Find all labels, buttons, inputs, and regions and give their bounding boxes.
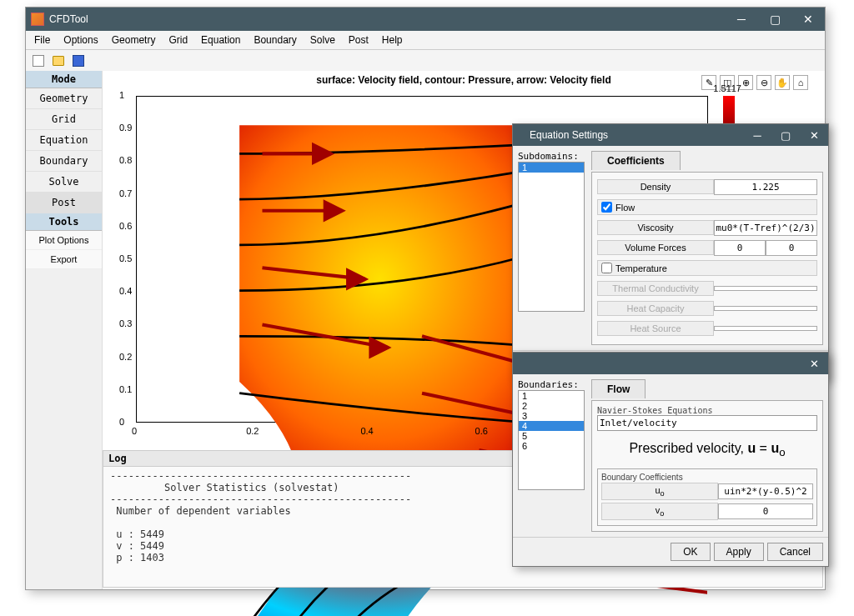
home-icon[interactable]: ⌂: [793, 75, 808, 90]
bc-apply-button[interactable]: Apply: [714, 543, 764, 561]
mode-equation[interactable]: Equation: [26, 130, 102, 151]
thermal-input: [714, 286, 817, 291]
tab-flow[interactable]: Flow: [591, 379, 646, 398]
y-tick: 0.3: [119, 318, 132, 328]
menu-post[interactable]: Post: [344, 33, 374, 48]
heatcap-input: [714, 306, 817, 311]
boundary-item[interactable]: 2: [519, 401, 584, 411]
y-tick: 0.5: [119, 253, 132, 263]
toolbar: [26, 50, 825, 73]
eq-minimize-button[interactable]: ─: [743, 124, 771, 146]
eq-maximize-button[interactable]: ▢: [771, 124, 800, 146]
density-label: Density: [597, 179, 714, 194]
main-title: CFDTool: [49, 13, 725, 25]
save-file-button[interactable]: [69, 52, 88, 70]
boundary-item[interactable]: 4: [519, 421, 584, 431]
vo-input[interactable]: 0: [718, 503, 813, 519]
viscosity-label: Viscosity: [597, 220, 714, 235]
eq-type-label: Navier-Stokes Equations: [597, 406, 817, 415]
y-tick: 0.9: [119, 123, 132, 133]
app-icon: [31, 13, 44, 26]
mode-grid[interactable]: Grid: [26, 109, 102, 130]
menu-help[interactable]: Help: [377, 33, 408, 48]
tool-export[interactable]: Export: [26, 250, 102, 269]
mode-solve[interactable]: Solve: [26, 172, 102, 193]
maximize-button[interactable]: ▢: [758, 8, 791, 31]
temperature-checkbox-input[interactable]: [601, 263, 612, 273]
volforce-y-input[interactable]: 0: [766, 240, 817, 256]
uo-input[interactable]: uin*2*(y-0.5)^2: [718, 483, 813, 499]
eq-close-button[interactable]: ✕: [800, 124, 828, 146]
tab-coefficients[interactable]: Coefficients: [591, 151, 681, 170]
menu-boundary[interactable]: Boundary: [249, 33, 301, 48]
boundaries-list[interactable]: 123456: [518, 390, 585, 490]
menu-grid[interactable]: Grid: [163, 33, 193, 48]
subdomains-label: Subdomains:: [518, 151, 585, 162]
mode-geometry[interactable]: Geometry: [26, 88, 102, 109]
heatsrc-label: Heat Source: [597, 321, 714, 336]
bc-formula: Prescribed velocity, u = uo: [597, 431, 817, 468]
menu-geometry[interactable]: Geometry: [107, 33, 161, 48]
flow-label: Flow: [615, 203, 635, 213]
y-tick: 0.8: [119, 155, 132, 165]
bc-close-button[interactable]: ✕: [800, 353, 828, 374]
boundary-item[interactable]: 5: [519, 431, 584, 441]
boundaries-label: Boundaries:: [518, 379, 585, 390]
bc-ok-button[interactable]: OK: [671, 543, 710, 561]
subdomains-list[interactable]: 1: [518, 162, 585, 312]
bc-coef-group-label: Boundary Coefficients: [601, 473, 813, 482]
menu-file[interactable]: File: [29, 33, 55, 48]
pan-icon[interactable]: ✋: [775, 75, 790, 90]
volforce-x-input[interactable]: 0: [714, 240, 766, 256]
bc-dialog-titlebar[interactable]: ✕: [513, 353, 828, 374]
app-icon: [518, 129, 530, 141]
colorbar-max: 1.5117: [713, 83, 741, 93]
menu-options[interactable]: Options: [58, 33, 103, 48]
boundary-item[interactable]: 1: [519, 391, 584, 401]
tool-plot-options[interactable]: Plot Options: [26, 231, 102, 250]
y-tick: 0.6: [119, 221, 132, 231]
viscosity-input[interactable]: mu0*(T-Tref)^(2/3): [714, 220, 817, 236]
close-button[interactable]: ✕: [791, 8, 825, 31]
boundary-item[interactable]: 6: [519, 441, 584, 451]
y-tick: 1: [119, 90, 124, 100]
heatsrc-input: [714, 326, 817, 331]
boundary-item[interactable]: 3: [519, 411, 584, 421]
menu-solve[interactable]: Solve: [305, 33, 340, 48]
main-titlebar[interactable]: CFDTool ─ ▢ ✕: [26, 8, 825, 31]
eq-dialog-title: Equation Settings: [530, 129, 743, 141]
flow-checkbox-input[interactable]: [601, 202, 612, 213]
zoom-out-icon[interactable]: ⊖: [756, 75, 771, 90]
volforce-label: Volume Forces: [597, 240, 714, 255]
density-input[interactable]: 1.225: [714, 179, 817, 195]
y-tick: 0.1: [119, 384, 132, 394]
menubar: FileOptionsGeometryGridEquationBoundaryS…: [26, 31, 825, 50]
sidebar: Mode GeometryGridEquationBoundarySolvePo…: [26, 71, 103, 589]
minimize-button[interactable]: ─: [725, 8, 758, 31]
y-tick: 0.2: [119, 352, 132, 362]
temperature-label: Temperature: [615, 263, 667, 273]
x-tick: 0.2: [246, 426, 259, 436]
subdomain-item[interactable]: 1: [519, 163, 584, 173]
menu-equation[interactable]: Equation: [196, 33, 245, 48]
x-tick: 0.4: [360, 426, 373, 436]
y-tick: 0.4: [119, 286, 132, 296]
x-tick: 0: [132, 426, 137, 436]
uo-label: uo: [601, 483, 718, 500]
mode-header: Mode: [26, 71, 102, 88]
open-file-button[interactable]: [49, 52, 68, 70]
bc-type-select[interactable]: Inlet/velocity: [597, 415, 817, 431]
thermal-label: Thermal Conductivity: [597, 281, 714, 296]
new-file-button[interactable]: [29, 52, 48, 70]
heatcap-label: Heat Capacity: [597, 301, 714, 316]
mode-boundary[interactable]: Boundary: [26, 151, 102, 172]
eq-dialog-titlebar[interactable]: Equation Settings ─ ▢ ✕: [513, 124, 828, 146]
tools-header: Tools: [26, 213, 102, 231]
temperature-checkbox[interactable]: Temperature: [597, 260, 817, 276]
mode-post[interactable]: Post: [26, 193, 102, 213]
y-tick: 0.7: [119, 188, 132, 198]
vo-label: vo: [601, 503, 718, 520]
flow-checkbox[interactable]: Flow: [597, 199, 817, 215]
x-tick: 0.6: [475, 426, 488, 436]
bc-cancel-button[interactable]: Cancel: [767, 543, 823, 561]
